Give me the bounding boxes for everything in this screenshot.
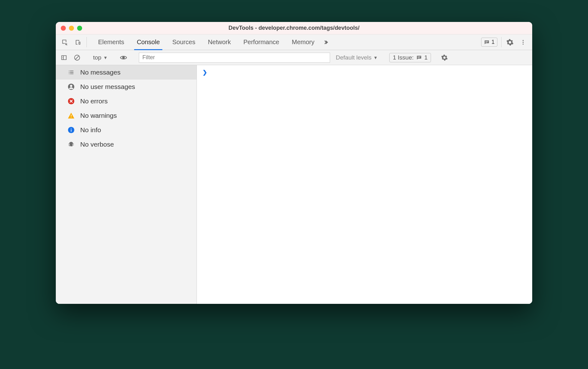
console-settings-button[interactable] [439, 52, 450, 63]
tab-label: Elements [98, 39, 124, 46]
panel-tabs: Elements Console Sources Network Perform… [92, 34, 321, 50]
settings-button[interactable] [503, 34, 517, 50]
maximize-window-button[interactable] [77, 26, 82, 31]
sidebar-item-label: No verbose [80, 141, 114, 148]
tab-label: Performance [244, 39, 280, 46]
chevron-down-icon: ▼ [373, 55, 378, 60]
clear-console-button[interactable] [71, 52, 83, 63]
sidebar-item-messages[interactable]: No messages [56, 65, 197, 80]
svg-rect-13 [71, 128, 71, 129]
log-levels-selector[interactable]: Default levels ▼ [332, 54, 381, 61]
chevron-down-icon: ▼ [103, 55, 108, 60]
svg-point-5 [122, 56, 125, 59]
issues-badge[interactable]: 1 [481, 38, 497, 47]
sidebar-item-label: No errors [80, 97, 108, 105]
issues-count: 1 [424, 54, 428, 61]
traffic-lights [61, 26, 82, 31]
issues-chip[interactable]: 1 Issue: 1 [389, 53, 431, 62]
list-icon [67, 68, 75, 76]
svg-rect-12 [71, 129, 71, 132]
devtools-window: DevTools - developer.chrome.com/tags/dev… [56, 22, 532, 304]
issues-label: 1 Issue: [393, 54, 414, 61]
sidebar-item-verbose[interactable]: No verbose [56, 137, 197, 152]
tab-console[interactable]: Console [130, 34, 166, 50]
svg-point-14 [70, 143, 72, 146]
more-tabs-button[interactable] [321, 34, 333, 50]
bug-icon [67, 140, 75, 148]
tab-memory[interactable]: Memory [286, 34, 321, 50]
tab-label: Memory [292, 39, 314, 46]
svg-rect-9 [71, 115, 71, 117]
sidebar-item-info[interactable]: No info [56, 123, 197, 137]
sidebar-item-label: No info [80, 126, 101, 134]
filter-input[interactable] [139, 53, 330, 63]
tab-label: Console [137, 39, 160, 46]
inspect-element-button[interactable] [58, 34, 71, 50]
console-main: No messages No user messages No errors N… [56, 65, 532, 304]
issues-badge-count: 1 [491, 39, 495, 45]
sidebar-item-errors[interactable]: No errors [56, 94, 197, 108]
titlebar: DevTools - developer.chrome.com/tags/dev… [56, 22, 532, 34]
info-icon [67, 126, 75, 134]
context-selector[interactable]: top ▼ [91, 54, 110, 61]
divider [501, 37, 501, 47]
svg-line-4 [76, 56, 79, 59]
error-icon [67, 97, 75, 105]
more-options-button[interactable] [517, 34, 530, 50]
tab-label: Network [208, 39, 231, 46]
tab-elements[interactable]: Elements [92, 34, 130, 50]
console-toolbar: top ▼ Default levels ▼ 1 Issue: 1 [56, 50, 532, 65]
svg-point-7 [70, 85, 72, 87]
warning-icon [67, 112, 75, 120]
svg-point-0 [522, 40, 523, 41]
message-icon [416, 55, 422, 60]
console-sidebar: No messages No user messages No errors N… [56, 65, 197, 304]
divider [87, 37, 87, 47]
svg-rect-10 [71, 117, 71, 118]
user-icon [67, 83, 75, 91]
tab-label: Sources [172, 39, 195, 46]
svg-point-2 [522, 44, 523, 44]
message-icon [484, 39, 490, 45]
sidebar-item-warnings[interactable]: No warnings [56, 108, 197, 123]
close-window-button[interactable] [61, 26, 66, 31]
sidebar-item-user-messages[interactable]: No user messages [56, 80, 197, 94]
window-title: DevTools - developer.chrome.com/tags/dev… [56, 25, 532, 31]
svg-point-1 [522, 42, 523, 43]
main-tabbar: Elements Console Sources Network Perform… [56, 34, 532, 50]
sidebar-item-label: No warnings [80, 112, 117, 119]
minimize-window-button[interactable] [69, 26, 74, 31]
live-expression-button[interactable] [118, 52, 129, 63]
console-prompt-caret-icon: ❯ [202, 69, 207, 75]
sidebar-item-label: No user messages [80, 83, 135, 91]
tab-sources[interactable]: Sources [166, 34, 202, 50]
context-label: top [93, 54, 101, 61]
console-output[interactable]: ❯ [197, 65, 532, 304]
levels-label: Default levels [336, 54, 371, 61]
device-toolbar-button[interactable] [71, 34, 85, 50]
sidebar-item-label: No messages [80, 69, 120, 76]
tab-performance[interactable]: Performance [237, 34, 286, 50]
toggle-sidebar-button[interactable] [58, 52, 70, 63]
tab-network[interactable]: Network [202, 34, 237, 50]
